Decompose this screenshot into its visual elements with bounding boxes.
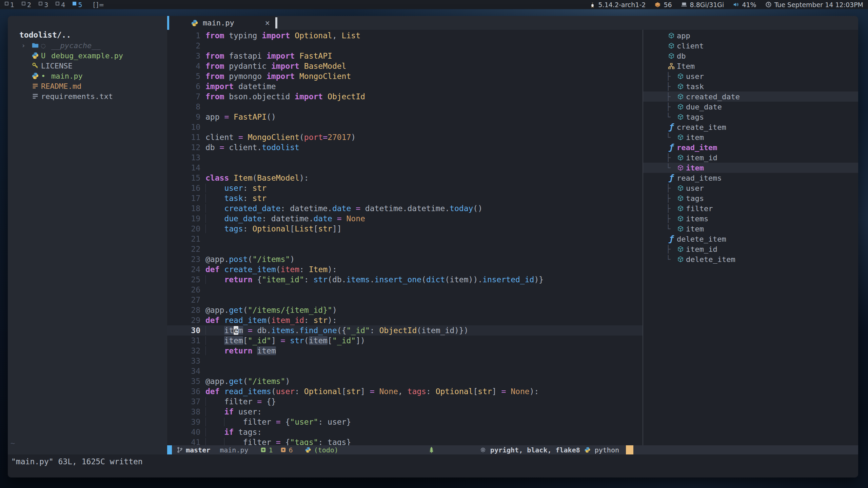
outline-label: created_date [686,93,740,101]
line-number: 7 [167,92,205,102]
outline-item-tags[interactable]: ├tags [643,193,858,203]
outline-item-due_date[interactable]: ├due_date [643,102,858,112]
workspace-button-2[interactable]: 2 [22,1,31,8]
code-line-31[interactable]: 31 item["_id"] = str(item["_id"]) [167,336,643,346]
outline-item-item[interactable]: └item [643,163,858,173]
code-line-7[interactable]: 7from bson.objectid import ObjectId [167,92,643,102]
code-text: import datetime [205,81,276,92]
outline-item-create_item[interactable]: ƒcreate_item [643,122,858,132]
code-line-32[interactable]: 32 return item [167,346,643,356]
outline-item-item_id[interactable]: ├item_id [643,152,858,163]
outline-item-task[interactable]: ├task [643,81,858,92]
code-line-39[interactable]: 39 filter = {"user": user} [167,417,643,427]
outline-item-user[interactable]: ├user [643,183,858,193]
gear-icon [480,447,486,453]
variable-cube-icon [675,73,686,80]
line-number: 1 [167,30,205,41]
outline-label: filter [686,204,713,213]
tree-connector: └ [666,164,675,172]
workspace-label: 2 [27,1,31,8]
code-line-37[interactable]: 37 filter = {} [167,396,643,407]
variable-cube-icon [675,205,686,212]
line-number: 6 [167,81,205,92]
code-line-14[interactable]: 14 [167,163,643,173]
file-tree-item-debug-example-py[interactable]: Udebug_example.py [8,50,167,61]
tree-connector: ├ [666,93,675,101]
file-tree-item-main-py[interactable]: •main.py [8,71,167,81]
workspace-button-3[interactable]: 3 [39,1,48,8]
file-tree-item-requirements-txt[interactable]: requirements.txt [8,91,167,101]
code-line-34[interactable]: 34 [167,366,643,376]
code-line-5[interactable]: 5from pymongo import MongoClient [167,71,643,81]
file-tree-panel[interactable]: todolist/.. ›◌__pycache__Udebug_example.… [8,16,167,454]
outline-item-delete_item[interactable]: ƒdelete_item [643,234,858,244]
workspace-button-1[interactable]: 1 [5,1,14,8]
code-line-4[interactable]: 4from pydantic import BaseModel [167,61,643,71]
outline-item-items[interactable]: ├items [643,214,858,224]
file-tree-root[interactable]: todolist/.. [8,29,167,40]
code-line-16[interactable]: 16 user: str [167,183,643,193]
function-icon: ƒ [666,173,677,183]
file-tree-item-readme-md[interactable]: README.md [8,81,167,91]
close-icon[interactable]: × [265,18,270,28]
code-line-19[interactable]: 19 due_date: datetime.date = None [167,214,643,224]
symbols-outline-panel[interactable]: appclientdbItem├user├task├created_date├d… [643,30,858,445]
code-line-11[interactable]: 11client = MongoClient(port=27017) [167,132,643,142]
function-icon: ƒ [666,143,677,152]
code-line-10[interactable]: 10 [167,122,643,132]
workspace-button-4[interactable]: 4 [56,1,65,8]
code-line-30[interactable]: 30 item = db.items.find_one({"_id": Obje… [167,325,643,336]
outline-item-filter[interactable]: ├filter [643,203,858,214]
code-line-8[interactable]: 8 [167,102,643,112]
code-line-40[interactable]: 40 if tags: [167,427,643,437]
outline-item-app[interactable]: app [643,30,858,41]
code-line-22[interactable]: 22 [167,244,643,254]
code-line-17[interactable]: 17 task: str [167,193,643,203]
code-line-27[interactable]: 27 [167,295,643,305]
file-tree-item--pycache-[interactable]: ›◌__pycache__ [8,40,167,50]
code-line-6[interactable]: 6import datetime [167,81,643,92]
code-line-38[interactable]: 38 if user: [167,407,643,417]
code-line-15[interactable]: 15class Item(BaseModel): [167,173,643,183]
code-line-3[interactable]: 3from fastapi import FastAPI [167,51,643,61]
workspace-button-5[interactable]: 5 [73,1,82,8]
outline-item-created_date[interactable]: ├created_date [643,92,858,102]
code-line-23[interactable]: 23@app.post("/items") [167,254,643,264]
outline-item-read_item[interactable]: ƒread_item [643,142,858,152]
code-line-35[interactable]: 35@app.get("/items") [167,376,643,386]
code-line-21[interactable]: 21 [167,234,643,244]
code-line-24[interactable]: 24def create_item(item: Item): [167,264,643,274]
code-line-28[interactable]: 28@app.get("/items/{item_id}") [167,305,643,315]
outline-item-user[interactable]: ├user [643,71,858,81]
code-text: @app.post("/items") [205,254,295,264]
code-line-29[interactable]: 29def read_item(item_id: str): [167,315,643,325]
laptop-icon [681,1,687,8]
outline-item-Item[interactable]: Item [643,61,858,71]
code-line-26[interactable]: 26 [167,285,643,295]
statusline-filename: main.py [220,446,248,454]
code-line-33[interactable]: 33 [167,356,643,366]
code-line-18[interactable]: 18 created_date: datetime.date = datetim… [167,203,643,214]
outline-item-delete_item[interactable]: └delete_item [643,254,858,264]
outline-item-tags[interactable]: └tags [643,112,858,122]
outline-item-item[interactable]: └item [643,132,858,142]
outline-item-item[interactable]: └item [643,224,858,234]
code-line-13[interactable]: 13 [167,152,643,163]
line-number: 16 [167,183,205,193]
package-icon [654,1,661,8]
outline-item-item_id[interactable]: ├item_id [643,244,858,254]
code-line-12[interactable]: 12db = client.todolist [167,142,643,152]
tree-connector: ├ [666,184,675,192]
outline-item-client[interactable]: client [643,41,858,51]
outline-item-db[interactable]: db [643,51,858,61]
code-line-2[interactable]: 2 [167,41,643,51]
code-line-36[interactable]: 36def read_items(user: Optional[str] = N… [167,386,643,396]
file-tree-item-license[interactable]: LICENSE [8,61,167,71]
outline-item-read_items[interactable]: ƒread_items [643,173,858,183]
code-line-9[interactable]: 9app = FastAPI() [167,112,643,122]
code-editor[interactable]: 1from typing import Optional, List23from… [167,30,643,445]
code-line-25[interactable]: 25 return {"item_id": str(db.items.inser… [167,274,643,285]
code-line-20[interactable]: 20 tags: Optional[List[str]] [167,224,643,234]
tab-main-py[interactable]: main.py × [167,16,275,30]
code-line-1[interactable]: 1from typing import Optional, List [167,30,643,41]
